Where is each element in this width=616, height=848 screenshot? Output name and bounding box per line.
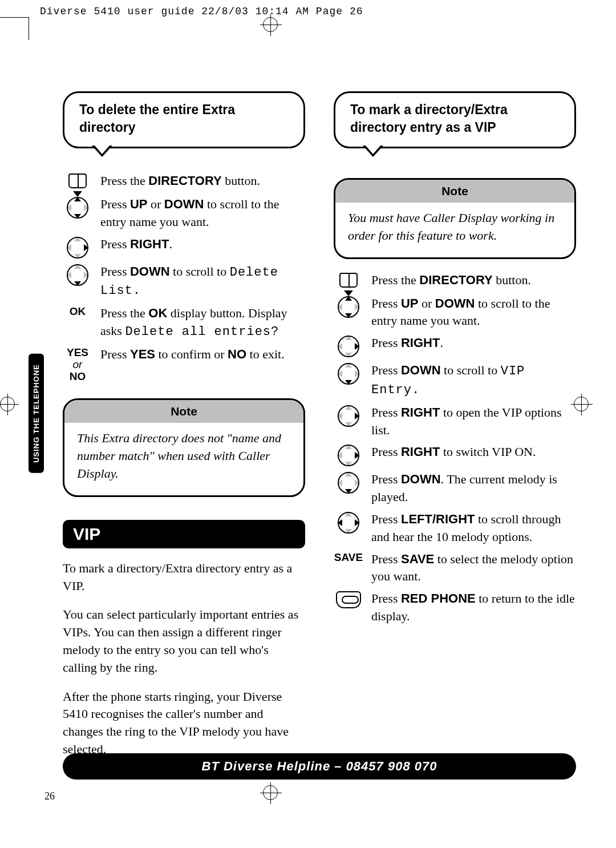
registration-mark-icon bbox=[263, 785, 278, 800]
step-text: Press RED PHONE to return to the idle di… bbox=[371, 590, 576, 625]
step-text: Press DOWN to scroll to VIP Entry. bbox=[371, 362, 576, 399]
red-phone-icon bbox=[336, 591, 361, 608]
nav-left-right-icon bbox=[338, 512, 359, 534]
step-text: Press RIGHT. bbox=[371, 334, 576, 352]
step-text: Press YES to confirm or NO to exit. bbox=[100, 346, 305, 364]
directory-icon bbox=[68, 173, 87, 191]
nav-down-icon bbox=[338, 472, 359, 494]
body-para: After the phone starts ringing, your Div… bbox=[63, 688, 305, 758]
note-box: Note You must have Caller Display workin… bbox=[334, 178, 576, 259]
nav-up-down-icon bbox=[67, 197, 88, 219]
yes-no-label: YESorNO bbox=[63, 346, 92, 383]
nav-down-icon bbox=[67, 264, 88, 286]
directory-icon bbox=[339, 273, 358, 290]
step-text: Press RIGHT to open the VIP options list… bbox=[371, 404, 576, 439]
nav-up-down-icon bbox=[338, 296, 359, 318]
note-body: This Extra directory does not "name and … bbox=[77, 430, 291, 482]
step-text: Press RIGHT. bbox=[100, 236, 305, 253]
step-text: Press DOWN to scroll to Delete List. bbox=[100, 263, 305, 301]
body-para: To mark a directory/Extra directory entr… bbox=[63, 560, 305, 595]
bubble-heading: To delete the entire Extra directory bbox=[79, 102, 235, 135]
step-text: Press RIGHT to switch VIP ON. bbox=[371, 443, 576, 461]
bubble-delete-extra: To delete the entire Extra directory bbox=[63, 91, 305, 148]
registration-mark-icon bbox=[0, 397, 15, 411]
step-text: Press DOWN. The current melody is played… bbox=[371, 471, 576, 506]
note-title: Note bbox=[335, 180, 574, 203]
step-text: Press the OK display button. Display ask… bbox=[100, 305, 305, 341]
step-text: Press LEFT/RIGHT to scroll through and h… bbox=[371, 511, 576, 546]
step-text: Press UP or DOWN to scroll to the entry … bbox=[100, 196, 305, 231]
nav-right-icon bbox=[338, 445, 359, 466]
body-para: You can select particularly important en… bbox=[63, 606, 305, 676]
save-label: SAVE bbox=[334, 551, 363, 564]
nav-right-icon bbox=[338, 405, 359, 427]
step-text: Press the DIRECTORY button. bbox=[371, 272, 576, 289]
nav-down-icon bbox=[338, 363, 359, 385]
note-title: Note bbox=[64, 400, 303, 423]
print-header: Diverse 5410 user guide 22/8/03 10:14 AM… bbox=[40, 6, 363, 17]
step-text: Press SAVE to select the melody option y… bbox=[371, 551, 576, 586]
bubble-heading: To mark a directory/Extra directory entr… bbox=[350, 102, 508, 135]
bubble-mark-vip: To mark a directory/Extra directory entr… bbox=[334, 91, 576, 148]
side-tab: USING THE TELEPHONE bbox=[29, 354, 44, 473]
vip-heading: VIP bbox=[63, 520, 305, 548]
ok-label: OK bbox=[63, 305, 92, 318]
step-text: Press the DIRECTORY button. bbox=[100, 172, 305, 190]
nav-right-icon bbox=[67, 237, 88, 259]
registration-mark-icon bbox=[263, 17, 278, 32]
note-body: You must have Caller Display working in … bbox=[348, 209, 562, 245]
step-text: Press UP or DOWN to scroll to the entry … bbox=[371, 295, 576, 330]
nav-right-icon bbox=[338, 336, 359, 357]
note-box: Note This Extra directory does not "name… bbox=[63, 398, 305, 496]
page-number: 26 bbox=[44, 790, 55, 802]
helpline-bar: BT Diverse Helpline – 08457 908 070 bbox=[63, 753, 576, 780]
